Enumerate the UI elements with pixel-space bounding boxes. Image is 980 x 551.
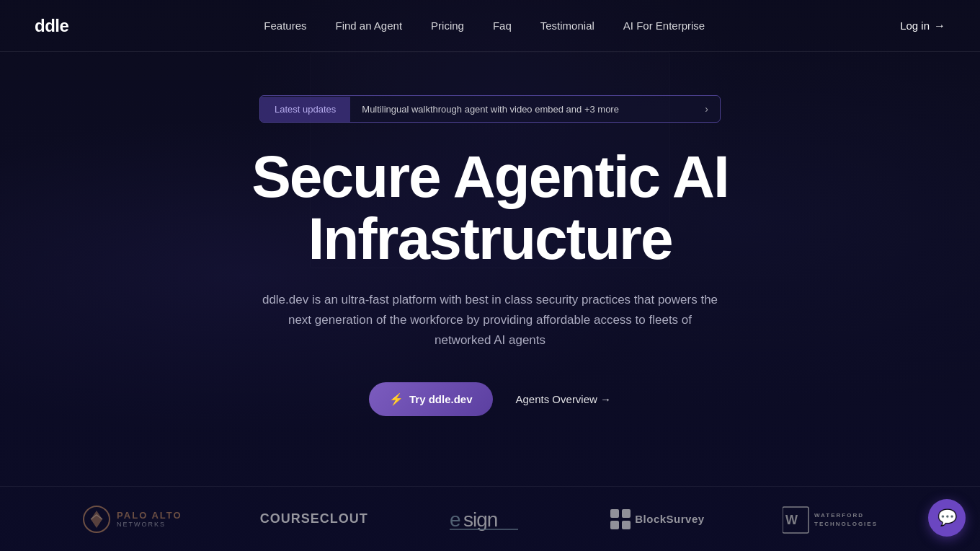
try-ddle-label: Try ddle.dev bbox=[409, 393, 473, 405]
svg-text:sign: sign bbox=[463, 508, 497, 531]
svg-text:WATERFORD: WATERFORD bbox=[814, 512, 864, 519]
nav-link-pricing[interactable]: Pricing bbox=[431, 19, 464, 32]
updates-badge: Latest updates bbox=[260, 97, 350, 122]
paloalto-icon bbox=[82, 505, 111, 534]
nav-item-ai-enterprise[interactable]: AI For Enterprise bbox=[623, 19, 705, 32]
login-arrow: → bbox=[934, 19, 945, 32]
paloalto-subname: NETWORKS bbox=[117, 521, 182, 528]
nav-item-pricing[interactable]: Pricing bbox=[431, 19, 464, 32]
nav-link-faq[interactable]: Faq bbox=[493, 19, 512, 32]
logo-text: ddle bbox=[35, 16, 68, 36]
hero-section: Latest updates Multilingual walkthrough … bbox=[0, 52, 980, 551]
updates-link[interactable]: Multilingual walkthrough agent with vide… bbox=[350, 96, 720, 122]
svg-rect-4 bbox=[610, 509, 619, 518]
svg-rect-5 bbox=[622, 509, 631, 518]
nav-link-testimonial[interactable]: Testimonial bbox=[540, 19, 594, 32]
paloalto-name: PALO ALTO bbox=[117, 510, 182, 521]
login-label: Log in bbox=[900, 19, 930, 32]
svg-rect-7 bbox=[622, 521, 631, 529]
nav-link-find-agent[interactable]: Find an Agent bbox=[335, 19, 402, 32]
hero-title-line2: Infrastructure bbox=[251, 208, 729, 270]
updates-banner: Latest updates Multilingual walkthrough … bbox=[259, 95, 721, 123]
nav-item-faq[interactable]: Faq bbox=[493, 19, 512, 32]
nav-link-features[interactable]: Features bbox=[264, 19, 306, 32]
courseclout-text: COURSECLOUT bbox=[260, 511, 368, 526]
svg-text:W: W bbox=[785, 513, 798, 527]
partner-blocksurvey: BlockSurvey bbox=[610, 509, 704, 529]
hero-title: Secure Agentic AI Infrastructure bbox=[251, 146, 729, 270]
try-ddle-button[interactable]: ⚡ Try ddle.dev bbox=[369, 382, 493, 416]
nav-item-features[interactable]: Features bbox=[264, 19, 306, 32]
partner-courseclout: COURSECLOUT bbox=[260, 511, 368, 526]
nav-item-find-agent[interactable]: Find an Agent bbox=[335, 19, 402, 32]
hero-subtitle: ddle.dev is an ultra-fast platform with … bbox=[259, 290, 721, 351]
svg-text:e: e bbox=[450, 508, 460, 531]
waterford-logo: W WATERFORD TECHNOLOGIES bbox=[783, 501, 898, 537]
svg-rect-6 bbox=[610, 521, 619, 529]
login-button[interactable]: Log in → bbox=[900, 19, 945, 32]
nav-item-testimonial[interactable]: Testimonial bbox=[540, 19, 594, 32]
lightning-icon: ⚡ bbox=[389, 392, 404, 406]
chat-icon: 💬 bbox=[937, 508, 957, 527]
partner-esign: e sign bbox=[446, 505, 533, 534]
chat-button[interactable]: 💬 bbox=[928, 499, 966, 537]
partner-logos: PALO ALTO NETWORKS COURSECLOUT e sign Bl… bbox=[0, 486, 980, 551]
updates-link-text: Multilingual walkthrough agent with vide… bbox=[362, 104, 619, 115]
esign-logo: e sign bbox=[446, 505, 533, 534]
nav-link-ai-enterprise[interactable]: AI For Enterprise bbox=[623, 19, 705, 32]
paloalto-text-group: PALO ALTO NETWORKS bbox=[117, 510, 182, 529]
partner-paloalto: PALO ALTO NETWORKS bbox=[82, 505, 182, 534]
navbar: ddle Features Find an Agent Pricing Faq … bbox=[0, 0, 980, 52]
blocksurvey-icon bbox=[610, 509, 631, 529]
nav-links: Features Find an Agent Pricing Faq Testi… bbox=[264, 19, 705, 32]
hero-title-line1: Secure Agentic AI bbox=[251, 146, 729, 208]
partner-waterford: W WATERFORD TECHNOLOGIES bbox=[783, 501, 898, 537]
cta-group: ⚡ Try ddle.dev Agents Overview → bbox=[369, 382, 611, 416]
agents-overview-button[interactable]: Agents Overview → bbox=[516, 393, 612, 405]
chevron-right-icon: › bbox=[705, 103, 708, 115]
agents-overview-label: Agents Overview → bbox=[516, 393, 612, 405]
blocksurvey-text: BlockSurvey bbox=[635, 513, 704, 525]
logo[interactable]: ddle bbox=[35, 16, 68, 36]
svg-text:TECHNOLOGIES: TECHNOLOGIES bbox=[814, 521, 878, 527]
